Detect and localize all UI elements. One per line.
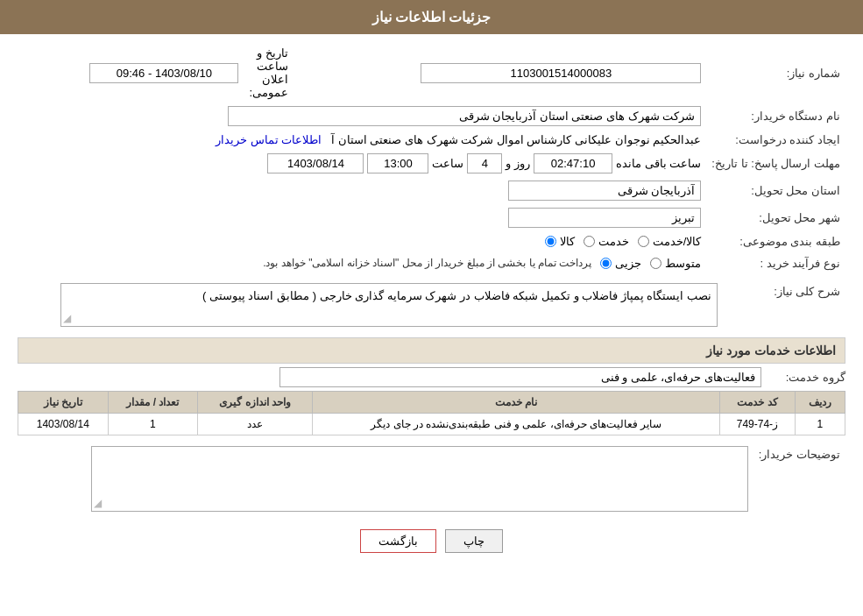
buyer-notes-cell: ◢ [18,443,753,515]
col-header-unit: واحد اندازه گیری [198,392,313,414]
process-jozyi-radio[interactable] [600,258,612,269]
subject-kala[interactable]: کالا [545,235,575,248]
cell-quantity-1: 1 [108,414,198,435]
process-jozyi-label: جزیی [615,257,641,270]
services-table: ردیف کد خدمت نام خدمت واحد اندازه گیری ت… [18,391,845,435]
service-group-input[interactable] [279,367,761,387]
page-header: جزئیات اطلاعات نیاز [0,0,863,34]
process-jozyi[interactable]: جزیی [600,257,641,270]
buyer-notes-label: توضیحات خریدار: [753,443,845,515]
service-group-row: گروه خدمت: [18,367,845,387]
days-input[interactable] [467,153,502,173]
table-row: 1 ز-74-749 سایر فعالیت‌های حرفه‌ای، علمی… [18,414,845,435]
print-button[interactable]: چاپ [445,529,503,553]
response-date-cell: ساعت باقی مانده روز و ساعت [18,150,706,177]
process-mutavasset[interactable]: متوسط [650,257,701,270]
process-note: پرداخت تمام یا بخشی از مبلغ خریدار از مح… [263,255,591,271]
resize-icon-notes: ◢ [94,497,102,509]
subject-kala-khidmat[interactable]: کالا/خدمت [638,235,702,248]
buyer-notes-content [92,447,747,499]
announce-datetime-label: تاریخ و ساعت اعلان عمومی: [249,46,288,99]
cell-row-1: 1 [795,414,845,435]
subject-kala-khidmat-radio[interactable] [638,236,649,247]
description-table: شرح کلی نیاز: نصب ایستگاه پمپاژ فاضلاب و… [18,280,845,330]
delivery-province-label: استان محل تحویل: [706,177,845,204]
delivery-province-input[interactable] [508,181,701,201]
subject-kala-radio[interactable] [545,236,556,247]
col-header-date: تاریخ نیاز [18,392,109,414]
creator-label: ایجاد کننده درخواست: [706,130,845,150]
creator-cell: عبدالحکیم نوجوان علیکانی کارشناس اموال ش… [18,130,706,150]
info-table-top: شماره نیاز: تاریخ و ساعت اعلان عمومی: نا… [18,43,845,274]
creator-value: عبدالحکیم نوجوان علیکانی کارشناس اموال ش… [331,133,701,146]
subject-khidmat-radio[interactable] [584,236,595,247]
cell-unit-1: عدد [198,414,313,435]
col-header-quantity: تعداد / مقدار [108,392,198,414]
delivery-city-input[interactable] [508,208,701,228]
main-content: شماره نیاز: تاریخ و ساعت اعلان عمومی: نا… [0,34,863,570]
need-description-cell: نصب ایستگاه پمپاژ فاضلاب و تکمیل شبکه فا… [18,280,723,330]
remaining-time-input[interactable] [534,153,612,173]
remaining-label: ساعت باقی مانده [616,157,701,170]
delivery-province-cell [18,177,706,204]
need-description-label: شرح کلی نیاز: [723,280,845,330]
buyer-org-cell [18,103,706,130]
response-date-input[interactable] [267,153,364,173]
delivery-city-cell [18,204,706,231]
announce-datetime-input[interactable] [89,63,238,83]
need-number-cell [294,43,706,103]
buyer-org-label: نام دستگاه خریدار: [706,103,845,130]
services-section-title: اطلاعات خدمات مورد نیاز [18,337,845,364]
buttons-row: چاپ بازگشت [18,529,845,553]
need-description-value: نصب ایستگاه پمپاژ فاضلاب و تکمیل شبکه فا… [202,289,711,302]
service-group-label: گروه خدمت: [767,371,845,384]
announce-datetime-label-cell: تاریخ و ساعت اعلان عمومی: [244,43,294,103]
announce-datetime-cell [18,43,244,103]
col-header-name: نام خدمت [313,392,720,414]
process-mutavasset-label: متوسط [665,257,701,270]
buyer-org-input[interactable] [228,106,701,126]
buyer-notes-box: ◢ [91,446,748,512]
creator-link[interactable]: اطلاعات تماس خریدار [216,133,322,146]
back-button[interactable]: بازگشت [360,529,436,553]
response-time-input[interactable] [367,153,428,173]
subject-kala-label: کالا [560,235,575,248]
response-date-label: مهلت ارسال پاسخ: تا تاریخ: [706,150,845,177]
subject-label: طبقه بندی موضوعی: [706,231,845,251]
cell-date-1: 1403/08/14 [18,414,109,435]
need-number-input[interactable] [421,63,701,83]
page-container: جزئیات اطلاعات نیاز شماره نیاز: تاریخ و … [0,0,863,616]
process-mutavasset-radio[interactable] [650,258,661,269]
days-label: روز و [506,157,530,170]
page-title: جزئیات اطلاعات نیاز [372,10,492,25]
process-label: نوع فرآیند خرید : [706,251,845,274]
subject-khidmat[interactable]: خدمت [584,235,629,248]
col-header-code: کد خدمت [720,392,796,414]
time-label: ساعت [432,157,463,170]
cell-code-1: ز-74-749 [720,414,796,435]
notes-table: توضیحات خریدار: ◢ [18,443,845,515]
resize-icon-description: ◢ [63,312,71,324]
subject-kala-khidmat-label: کالا/خدمت [653,235,702,248]
need-number-label: شماره نیاز: [706,43,845,103]
subject-khidmat-label: خدمت [598,235,629,248]
col-header-row: ردیف [795,392,845,414]
process-cell: متوسط جزیی پرداخت تمام یا بخشی از مبلغ خ… [18,251,706,274]
subject-cell: کالا/خدمت خدمت کالا [18,231,706,251]
cell-name-1: سایر فعالیت‌های حرفه‌ای، علمی و فنی طبقه… [313,414,720,435]
delivery-city-label: شهر محل تحویل: [706,204,845,231]
